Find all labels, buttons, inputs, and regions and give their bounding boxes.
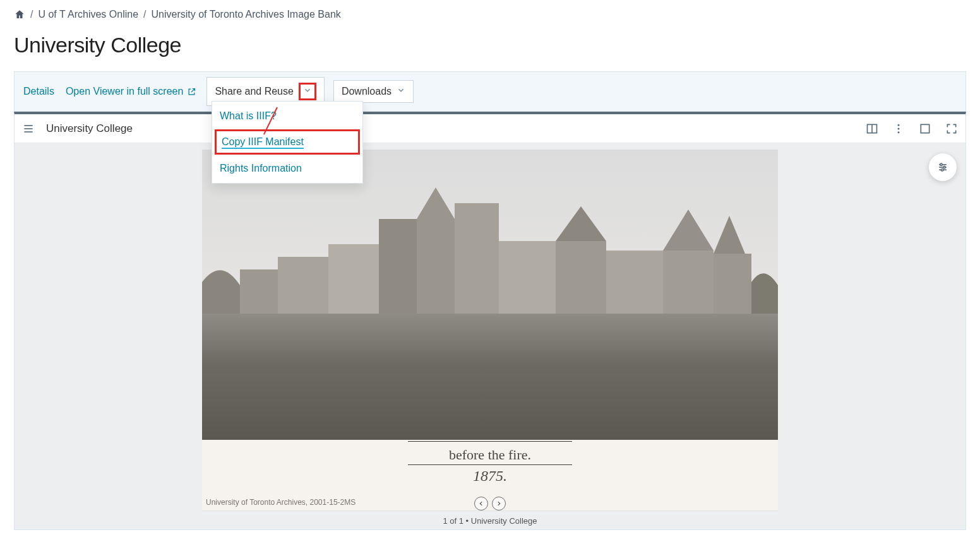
svg-rect-8 [921,124,929,133]
menu-item-rights-information[interactable]: Rights Information [212,153,362,183]
breadcrumb-link-archives-online[interactable]: U of T Archives Online [38,9,138,20]
chevron-down-icon [397,86,405,97]
chevron-down-icon [303,86,312,97]
svg-point-10 [940,163,942,165]
breadcrumb: / U of T Archives Online / University of… [0,0,980,25]
caption-year: 1875. [202,466,778,485]
toolbar: Details Open Viewer in full screen Share… [14,71,966,112]
compare-view-icon[interactable] [866,122,878,135]
building-silhouette [202,181,778,314]
svg-marker-17 [663,210,714,251]
open-viewer-fullscreen-link[interactable]: Open Viewer in full screen [64,82,198,101]
svg-point-12 [943,166,945,168]
menu-item-what-is-iiif[interactable]: What is IIIF? [212,102,362,131]
annotation-callout-chevron [299,83,316,100]
menu-item-copy-iiif-manifest[interactable]: Copy IIIF Manifest [215,129,360,155]
svg-point-7 [898,131,900,133]
image-viewer: University College [14,112,966,530]
image-settings-icon[interactable] [929,153,957,181]
viewer-stage[interactable]: before the fire. 1875. University of Tor… [15,143,965,529]
menu-icon[interactable] [22,122,35,135]
page-nav-arrows [474,497,506,511]
breadcrumb-separator: / [143,9,146,20]
svg-marker-15 [417,187,455,219]
more-options-icon[interactable] [892,122,905,135]
svg-marker-18 [714,216,745,254]
expand-window-icon[interactable] [919,122,931,135]
fullscreen-icon[interactable] [945,122,958,135]
next-page-button[interactable] [492,497,506,511]
open-viewer-label: Open Viewer in full screen [66,86,183,97]
page-indicator: 1 of 1 • University College [443,516,537,526]
viewer-title: University College [46,122,133,135]
downloads-label: Downloads [342,86,391,97]
breadcrumb-separator: / [30,9,33,20]
archival-photo: before the fire. 1875. University of Tor… [202,150,778,511]
home-icon[interactable] [14,9,25,20]
menu-item-copy-iiif-manifest-label: Copy IIIF Manifest [222,136,304,149]
breadcrumb-link-image-bank[interactable]: University of Toronto Archives Image Ban… [152,9,341,20]
photo-credit: University of Toronto Archives, 2001-15-… [206,498,356,507]
svg-marker-16 [556,206,606,241]
caption-line: before the fire. [202,443,778,463]
svg-point-6 [898,127,900,129]
share-reuse-label: Share and Reuse [215,86,294,97]
svg-point-14 [941,169,943,171]
svg-point-5 [898,124,900,126]
viewer-topbar: University College [15,114,965,143]
external-link-icon [187,87,196,97]
tab-details[interactable]: Details [22,82,56,101]
downloads-dropdown[interactable]: Downloads [333,80,414,103]
share-reuse-menu: What is IIIF? Copy IIIF Manifest Rights … [212,101,363,184]
prev-page-button[interactable] [474,497,488,511]
page-title: University College [0,25,980,71]
